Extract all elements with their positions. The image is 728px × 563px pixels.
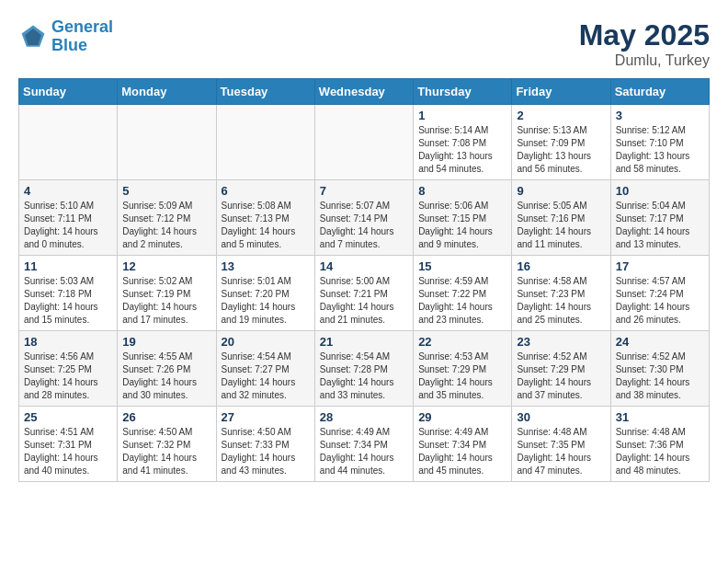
day-number: 16: [517, 259, 605, 273]
day-number: 14: [320, 259, 408, 273]
day-number: 27: [222, 410, 310, 424]
day-number: 17: [616, 259, 704, 273]
calendar-cell: 26Sunrise: 4:50 AM Sunset: 7:32 PM Dayli…: [118, 407, 216, 482]
day-info: Sunrise: 5:05 AM Sunset: 7:16 PM Dayligh…: [517, 200, 605, 251]
title-block: May 2025 Dumlu, Turkey: [579, 18, 710, 69]
day-number: 6: [222, 184, 310, 198]
calendar-cell: 29Sunrise: 4:49 AM Sunset: 7:34 PM Dayli…: [414, 407, 512, 482]
day-number: 7: [320, 184, 408, 198]
calendar-cell: 18Sunrise: 4:56 AM Sunset: 7:25 PM Dayli…: [19, 331, 118, 407]
day-info: Sunrise: 5:04 AM Sunset: 7:17 PM Dayligh…: [616, 200, 704, 251]
calendar-cell: [19, 105, 118, 180]
calendar-cell: 28Sunrise: 4:49 AM Sunset: 7:34 PM Dayli…: [314, 407, 413, 482]
day-number: 8: [418, 184, 506, 198]
day-number: 20: [222, 335, 310, 349]
calendar-cell: 1Sunrise: 5:14 AM Sunset: 7:08 PM Daylig…: [414, 105, 512, 180]
calendar-cell: 23Sunrise: 4:52 AM Sunset: 7:29 PM Dayli…: [512, 331, 610, 407]
day-info: Sunrise: 4:50 AM Sunset: 7:33 PM Dayligh…: [222, 426, 310, 477]
calendar-cell: 10Sunrise: 5:04 AM Sunset: 7:17 PM Dayli…: [610, 180, 709, 256]
calendar-week-row: 11Sunrise: 5:03 AM Sunset: 7:18 PM Dayli…: [19, 256, 710, 331]
day-number: 10: [616, 184, 704, 198]
calendar-cell: 15Sunrise: 4:59 AM Sunset: 7:22 PM Dayli…: [414, 256, 512, 331]
day-info: Sunrise: 5:07 AM Sunset: 7:14 PM Dayligh…: [320, 200, 408, 251]
weekday-header-row: SundayMondayTuesdayWednesdayThursdayFrid…: [19, 79, 710, 105]
day-info: Sunrise: 4:52 AM Sunset: 7:29 PM Dayligh…: [517, 350, 605, 402]
day-number: 12: [122, 259, 210, 273]
calendar-cell: 31Sunrise: 4:48 AM Sunset: 7:36 PM Dayli…: [610, 407, 709, 482]
calendar-week-row: 4Sunrise: 5:10 AM Sunset: 7:11 PM Daylig…: [19, 180, 710, 256]
weekday-header-tuesday: Tuesday: [216, 79, 314, 105]
day-number: 5: [122, 184, 210, 198]
weekday-header-saturday: Saturday: [610, 79, 709, 105]
day-info: Sunrise: 4:51 AM Sunset: 7:31 PM Dayligh…: [24, 426, 112, 477]
page-header: General Blue May 2025 Dumlu, Turkey: [18, 18, 710, 69]
weekday-header-wednesday: Wednesday: [314, 79, 413, 105]
day-number: 23: [517, 335, 605, 349]
day-number: 22: [418, 335, 506, 349]
calendar-cell: [216, 105, 314, 180]
day-info: Sunrise: 4:57 AM Sunset: 7:24 PM Dayligh…: [616, 275, 704, 327]
calendar-cell: 2Sunrise: 5:13 AM Sunset: 7:09 PM Daylig…: [512, 105, 610, 180]
calendar-cell: 11Sunrise: 5:03 AM Sunset: 7:18 PM Dayli…: [19, 256, 118, 331]
day-number: 3: [616, 109, 704, 122]
day-info: Sunrise: 4:48 AM Sunset: 7:35 PM Dayligh…: [517, 426, 605, 477]
calendar-week-row: 18Sunrise: 4:56 AM Sunset: 7:25 PM Dayli…: [19, 331, 710, 407]
calendar-cell: 8Sunrise: 5:06 AM Sunset: 7:15 PM Daylig…: [414, 180, 512, 256]
day-info: Sunrise: 5:02 AM Sunset: 7:19 PM Dayligh…: [122, 275, 210, 327]
calendar-cell: 20Sunrise: 4:54 AM Sunset: 7:27 PM Dayli…: [216, 331, 314, 407]
calendar-cell: 12Sunrise: 5:02 AM Sunset: 7:19 PM Dayli…: [118, 256, 216, 331]
calendar-cell: 16Sunrise: 4:58 AM Sunset: 7:23 PM Dayli…: [512, 256, 610, 331]
calendar-cell: 6Sunrise: 5:08 AM Sunset: 7:13 PM Daylig…: [216, 180, 314, 256]
day-info: Sunrise: 5:00 AM Sunset: 7:21 PM Dayligh…: [320, 275, 408, 327]
calendar-cell: 13Sunrise: 5:01 AM Sunset: 7:20 PM Dayli…: [216, 256, 314, 331]
day-number: 24: [616, 335, 704, 349]
day-number: 11: [24, 259, 112, 273]
day-info: Sunrise: 5:03 AM Sunset: 7:18 PM Dayligh…: [24, 275, 112, 327]
logo: General Blue: [18, 18, 113, 55]
day-number: 29: [418, 410, 506, 424]
calendar-cell: 9Sunrise: 5:05 AM Sunset: 7:16 PM Daylig…: [512, 180, 610, 256]
calendar-cell: 14Sunrise: 5:00 AM Sunset: 7:21 PM Dayli…: [314, 256, 413, 331]
day-info: Sunrise: 5:13 AM Sunset: 7:09 PM Dayligh…: [517, 124, 605, 176]
calendar-cell: 21Sunrise: 4:54 AM Sunset: 7:28 PM Dayli…: [314, 331, 413, 407]
calendar-cell: 5Sunrise: 5:09 AM Sunset: 7:12 PM Daylig…: [118, 180, 216, 256]
day-info: Sunrise: 5:06 AM Sunset: 7:15 PM Dayligh…: [418, 200, 506, 251]
day-number: 21: [320, 335, 408, 349]
weekday-header-sunday: Sunday: [19, 79, 118, 105]
weekday-header-monday: Monday: [118, 79, 216, 105]
calendar-cell: 4Sunrise: 5:10 AM Sunset: 7:11 PM Daylig…: [19, 180, 118, 256]
day-info: Sunrise: 4:49 AM Sunset: 7:34 PM Dayligh…: [418, 426, 506, 477]
calendar-cell: 25Sunrise: 4:51 AM Sunset: 7:31 PM Dayli…: [19, 407, 118, 482]
day-number: 19: [122, 335, 210, 349]
day-number: 2: [517, 109, 605, 122]
logo-icon: [18, 22, 48, 52]
day-info: Sunrise: 4:54 AM Sunset: 7:28 PM Dayligh…: [320, 350, 408, 402]
day-number: 1: [418, 109, 506, 122]
day-info: Sunrise: 4:55 AM Sunset: 7:26 PM Dayligh…: [122, 350, 210, 402]
day-number: 31: [616, 410, 704, 424]
calendar-cell: 22Sunrise: 4:53 AM Sunset: 7:29 PM Dayli…: [414, 331, 512, 407]
day-info: Sunrise: 4:54 AM Sunset: 7:27 PM Dayligh…: [222, 350, 310, 402]
calendar-week-row: 1Sunrise: 5:14 AM Sunset: 7:08 PM Daylig…: [19, 105, 710, 180]
calendar-table: SundayMondayTuesdayWednesdayThursdayFrid…: [18, 78, 710, 482]
location: Dumlu, Turkey: [579, 52, 710, 69]
day-info: Sunrise: 5:12 AM Sunset: 7:10 PM Dayligh…: [616, 124, 704, 176]
day-info: Sunrise: 5:08 AM Sunset: 7:13 PM Dayligh…: [222, 200, 310, 251]
day-info: Sunrise: 4:50 AM Sunset: 7:32 PM Dayligh…: [122, 426, 210, 477]
day-number: 18: [24, 335, 112, 349]
month-year: May 2025: [579, 18, 710, 52]
day-info: Sunrise: 5:14 AM Sunset: 7:08 PM Dayligh…: [418, 124, 506, 176]
day-number: 9: [517, 184, 605, 198]
day-number: 4: [24, 184, 112, 198]
calendar-cell: [118, 105, 216, 180]
calendar-cell: 19Sunrise: 4:55 AM Sunset: 7:26 PM Dayli…: [118, 331, 216, 407]
day-info: Sunrise: 4:58 AM Sunset: 7:23 PM Dayligh…: [517, 275, 605, 327]
weekday-header-friday: Friday: [512, 79, 610, 105]
day-info: Sunrise: 4:49 AM Sunset: 7:34 PM Dayligh…: [320, 426, 408, 477]
calendar-cell: [314, 105, 413, 180]
day-number: 15: [418, 259, 506, 273]
calendar-cell: 27Sunrise: 4:50 AM Sunset: 7:33 PM Dayli…: [216, 407, 314, 482]
day-info: Sunrise: 4:59 AM Sunset: 7:22 PM Dayligh…: [418, 275, 506, 327]
logo-text: General Blue: [51, 18, 113, 55]
day-info: Sunrise: 4:52 AM Sunset: 7:30 PM Dayligh…: [616, 350, 704, 402]
